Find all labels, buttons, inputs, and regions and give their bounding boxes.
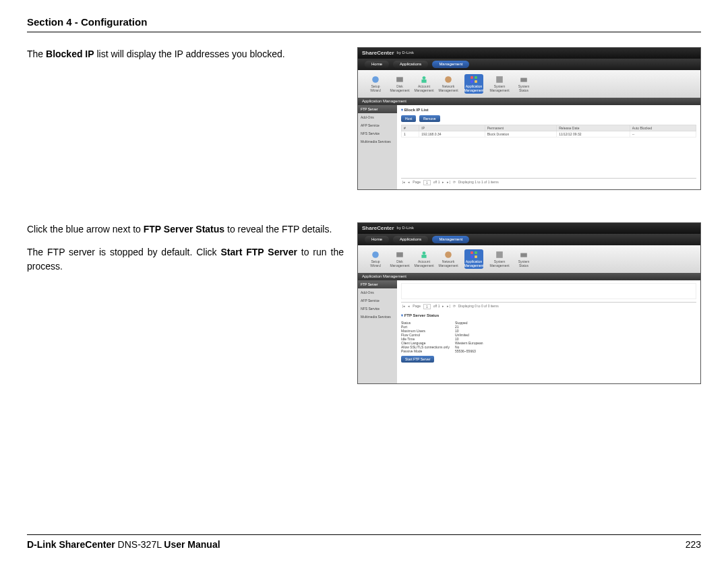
pager-last-icon[interactable]: ▸| [447, 180, 450, 185]
text: The FTP server is stopped by default. Cl… [27, 247, 220, 257]
sidebar-item-mm[interactable]: Multimedia Services [358, 137, 397, 146]
tab-management[interactable]: Management [432, 236, 469, 243]
icon-disk-mgmt[interactable]: Disk Management [392, 75, 408, 92]
row-ftp-status: Click the blue arrow next to FTP Server … [27, 222, 701, 384]
svg-rect-1 [396, 77, 403, 82]
bold-ftp-server-status: FTP Server Status [144, 224, 224, 235]
pager-first-icon[interactable]: |◂ [402, 180, 405, 185]
sidebar-item-addons[interactable]: Add-Ons [358, 113, 397, 121]
tabbar: Home Applications Management [358, 234, 700, 245]
brand: ShareCenter [362, 50, 394, 57]
text: list will display the IP addresses you b… [94, 49, 285, 59]
pager-next-icon[interactable]: ▸ [442, 180, 444, 185]
pager-first-icon[interactable]: |◂ [402, 304, 405, 309]
svg-point-15 [445, 251, 452, 258]
brand-sub: by D-Link [397, 51, 414, 55]
icon-account-mgmt[interactable]: Account Management [416, 251, 432, 268]
host-button[interactable]: Host [401, 115, 416, 122]
tab-applications[interactable]: Applications [393, 61, 428, 68]
ftp-status-box: StatusStopped Port21 Maximum Users10 Flo… [401, 321, 696, 353]
sidebar: FTP Server Add-Ons AFP Service NFS Servi… [358, 280, 397, 383]
brand-bar: ShareCenter by D-Link [358, 223, 700, 234]
pager-last-icon[interactable]: ▸| [447, 304, 450, 309]
icon-setup-wizard[interactable]: Setup Wizard [367, 251, 384, 268]
brand-sub: by D-Link [397, 226, 414, 230]
footer-manual: User Manual [164, 539, 220, 550]
col-auto: Auto Blocked [630, 125, 696, 131]
svg-rect-5 [471, 76, 473, 79]
refresh-icon[interactable]: ⟳ [453, 180, 456, 185]
svg-point-2 [423, 76, 426, 80]
icon-system-mgmt[interactable]: System Management [491, 75, 508, 92]
main-panel: |◂ ◂ Page 1 off 1 ▸ ▸| ⟳ Displaying 0 to… [397, 280, 700, 383]
sidebar-item-afp[interactable]: AFP Service [358, 296, 397, 305]
svg-rect-12 [396, 252, 403, 257]
text: Click the blue arrow next to [27, 224, 144, 235]
tab-management[interactable]: Management [432, 61, 469, 68]
svg-rect-14 [421, 255, 426, 258]
ftp-server-status-title: FTP Server Status [401, 313, 696, 318]
tab-applications[interactable]: Applications [393, 236, 428, 243]
pager-prev-icon[interactable]: ◂ [408, 304, 410, 309]
sidebar-item-nfs[interactable]: NFS Service [358, 129, 397, 137]
table-row[interactable]: 1 192.168.0.34 Block Duration 11/12/12 0… [402, 131, 696, 137]
svg-rect-21 [520, 253, 527, 257]
svg-rect-18 [471, 255, 473, 258]
svg-rect-10 [520, 77, 527, 82]
sidebar-item-nfs[interactable]: NFS Service [358, 305, 397, 313]
section-header: Section 4 - Configuration [27, 16, 701, 32]
refresh-icon[interactable]: ⟳ [453, 304, 456, 309]
tabbar: Home Applications Management [358, 59, 700, 70]
icon-system-mgmt[interactable]: System Management [491, 251, 508, 268]
sidebar-item-ftp[interactable]: FTP Server [358, 105, 397, 113]
col-permanent: Permanent [485, 125, 556, 131]
icon-app-mgmt[interactable]: Application Management [464, 74, 483, 94]
svg-rect-8 [475, 80, 477, 83]
icon-account-mgmt[interactable]: Account Management [416, 75, 432, 92]
sidebar-item-mm[interactable]: Multimedia Services [358, 313, 397, 321]
remove-button[interactable]: Remove [419, 115, 440, 122]
icon-strip: Setup Wizard Disk Management Account Man… [358, 245, 700, 273]
svg-rect-20 [496, 251, 503, 258]
icon-system-status[interactable]: System Status [516, 251, 532, 268]
icon-network-mgmt[interactable]: Network Management [440, 75, 456, 92]
svg-rect-9 [496, 76, 503, 83]
sidebar-item-afp[interactable]: AFP Service [358, 121, 397, 129]
svg-rect-7 [471, 80, 473, 83]
col-ip: IP [419, 125, 485, 131]
tab-home[interactable]: Home [365, 236, 389, 243]
main-panel: Block IP List Host Remove # IP Permanent… [397, 105, 700, 189]
text: The [27, 49, 46, 59]
svg-point-11 [372, 251, 379, 258]
svg-rect-3 [421, 80, 426, 83]
svg-rect-17 [475, 251, 477, 254]
sidebar-item-addons[interactable]: Add-Ons [358, 288, 397, 296]
footer-model: DNS-327L [118, 539, 164, 550]
brand-bar: ShareCenter by D-Link [358, 48, 700, 59]
tab-home[interactable]: Home [365, 61, 389, 68]
pager-prev-icon[interactable]: ◂ [408, 180, 410, 185]
sidebar: FTP Server Add-Ons AFP Service NFS Servi… [358, 105, 397, 189]
pager: |◂ ◂ Page 1 off 1 ▸ ▸| ⟳ Displaying 1 to… [401, 178, 696, 187]
svg-point-13 [423, 251, 426, 255]
text-blocked-ip: The Blocked IP list will display the IP … [27, 47, 344, 70]
svg-rect-6 [475, 76, 477, 79]
pager-next-icon[interactable]: ▸ [442, 304, 444, 309]
col-num: # [402, 125, 419, 131]
page-footer: D-Link ShareCenter DNS-327L User Manual … [27, 534, 701, 550]
panel-title-bar: Application Management [358, 273, 700, 280]
icon-system-status[interactable]: System Status [516, 75, 532, 92]
start-ftp-server-button[interactable]: Start FTP Server [401, 356, 434, 363]
icon-app-mgmt[interactable]: Application Management [464, 249, 483, 269]
icon-strip: Setup Wizard Disk Management Account Man… [358, 70, 700, 98]
icon-disk-mgmt[interactable]: Disk Management [392, 251, 408, 268]
icon-setup-wizard[interactable]: Setup Wizard [367, 75, 384, 92]
pager-empty: |◂ ◂ Page 1 off 1 ▸ ▸| ⟳ Displaying 0 to… [401, 302, 696, 311]
icon-network-mgmt[interactable]: Network Management [440, 251, 456, 268]
col-release: Release Date [557, 125, 630, 131]
footer-brand: D-Link ShareCenter [27, 539, 118, 550]
text-ftp-status: Click the blue arrow next to FTP Server … [27, 222, 344, 282]
svg-point-0 [372, 76, 379, 83]
svg-rect-19 [475, 255, 477, 258]
sidebar-item-ftp[interactable]: FTP Server [358, 280, 397, 288]
